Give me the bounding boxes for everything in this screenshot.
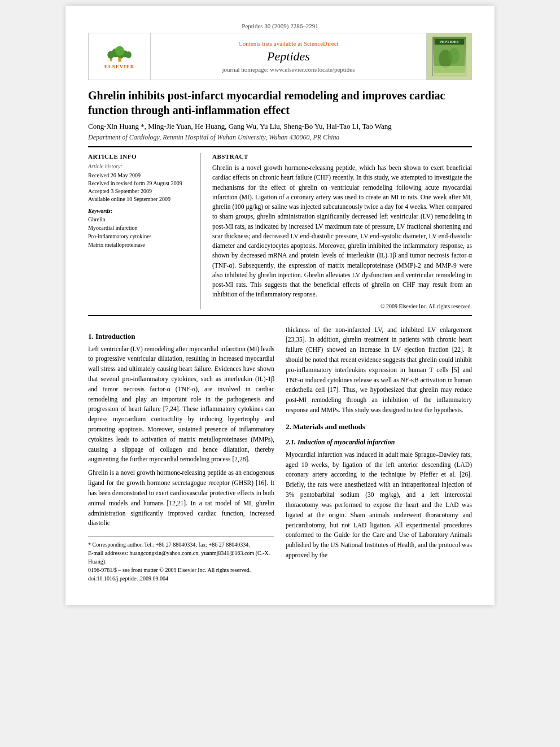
article-info-label: ARTICLE INFO: [88, 153, 193, 160]
section21-para: Myocardial infarction was induced in adu…: [286, 450, 472, 561]
copyright-line: © 2009 Elsevier Inc. All rights reserved…: [212, 303, 472, 309]
body-section: 1. Introduction Left ventricular (LV) re…: [88, 325, 472, 583]
sciencedirect-link: Contents lists available at ScienceDirec…: [238, 40, 338, 47]
body-right-col: thickness of the non-infarcted LV, and i…: [286, 325, 472, 583]
keyword-cytokines: Pro-inflammatory cytokines: [88, 232, 193, 241]
footnote-doi: doi:10.1016/j.peptides.2009.09.004: [88, 574, 274, 583]
received-date: Received 26 May 2009: [88, 172, 193, 180]
section1-para1: Left ventricular (LV) remodeling after m…: [88, 344, 274, 465]
elsevier-tree-icon: [103, 44, 137, 63]
info-abstract-section: ARTICLE INFO Article history: Received 2…: [88, 153, 472, 316]
journal-cover: PEPTIDES: [426, 33, 471, 80]
article-title-section: Ghrelin inhibits post-infarct myocardial…: [88, 88, 472, 147]
keyword-mi: Myocardial infarction: [88, 224, 193, 232]
footnote-corresponding: * Corresponding author. Tel.: +86 27 880…: [88, 540, 274, 549]
svg-point-6: [115, 46, 124, 55]
article-title: Ghrelin inhibits post-infarct myocardial…: [88, 88, 472, 117]
section21-heading: 2.1. Induction of myocardial infarction: [286, 438, 472, 447]
cover-title: PEPTIDES: [435, 39, 464, 45]
abstract-col: ABSTRACT Ghrelin is a novel growth hormo…: [212, 153, 472, 309]
available-online-date: Available online 10 September 2009: [88, 195, 193, 203]
section2-heading: 2. Materials and methods: [286, 422, 472, 431]
article-authors: Cong-Xin Huang *, Ming-Jie Yuan, He Huan…: [88, 122, 472, 131]
footnote-issn: 0196-9781/$ – see front matter © 2009 El…: [88, 566, 274, 574]
section1-right-para1: thickness of the non-infarcted LV, and i…: [286, 325, 472, 416]
svg-rect-11: [434, 66, 465, 73]
body-left-col: 1. Introduction Left ventricular (LV) re…: [88, 325, 274, 583]
history-label: Article history:: [88, 163, 193, 169]
journal-homepage: journal homepage: www.elsevier.com/locat…: [222, 66, 355, 73]
journal-bar: Peptides 30 (2009) 2286–2291: [88, 23, 472, 29]
journal-header: ELSEVIER Contents lists available at Sci…: [88, 33, 472, 80]
sciencedirect-text: Contents lists available at ScienceDirec…: [238, 40, 338, 47]
svg-rect-7: [118, 58, 121, 62]
svg-point-10: [448, 48, 460, 64]
journal-citation: Peptides 30 (2009) 2286–2291: [242, 23, 318, 29]
abstract-label: ABSTRACT: [212, 153, 472, 160]
article-info-col: ARTICLE INFO Article history: Received 2…: [88, 153, 201, 309]
footnote-section: * Corresponding author. Tel.: +86 27 880…: [88, 536, 274, 583]
journal-title: Peptides: [267, 49, 310, 64]
keywords-label: Keywords:: [88, 208, 193, 214]
journal-title-section: Contents lists available at ScienceDirec…: [151, 33, 426, 80]
cover-graphic: [434, 45, 465, 73]
keyword-ghrelin: Ghrelin: [88, 215, 193, 224]
peptides-cover-image: PEPTIDES: [432, 37, 466, 76]
svg-point-5: [125, 51, 131, 58]
section1-para2: Ghrelin is a novel growth hormone-releas…: [88, 468, 274, 528]
keyword-mmp: Matrix metalloproteinase: [88, 241, 193, 249]
elsevier-wordmark: ELSEVIER: [104, 64, 135, 69]
article-page: Peptides 30 (2009) 2286–2291 ELSEVIER: [65, 6, 495, 605]
section1-heading: 1. Introduction: [88, 332, 274, 341]
elsevier-logo-container: ELSEVIER: [89, 33, 151, 80]
received-revised-date: Received in revised form 29 August 2009: [88, 180, 193, 187]
accepted-date: Accepted 3 September 2009: [88, 187, 193, 195]
article-affiliation: Department of Cardiology, Renmin Hospita…: [88, 133, 472, 142]
abstract-text: Ghrelin is a novel growth hormone-releas…: [212, 163, 472, 300]
footnote-email: E-mail addresses: huangcongxin@yahoo.com…: [88, 549, 274, 566]
elsevier-logo: ELSEVIER: [97, 44, 142, 69]
